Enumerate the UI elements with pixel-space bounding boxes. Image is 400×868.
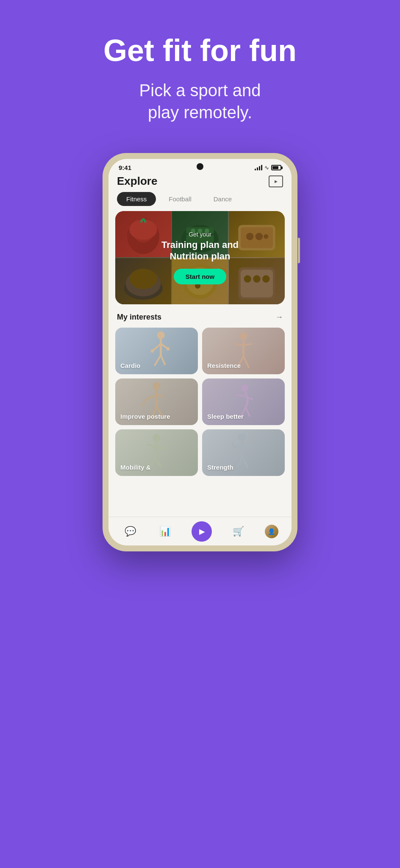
svg-line-38 <box>244 344 252 345</box>
phone-frame: 9:41 ∿ Explore <box>103 153 297 551</box>
svg-point-34 <box>167 347 170 351</box>
hero-banner: Get your Training plan andNutrition plan… <box>115 211 285 304</box>
svg-line-43 <box>146 395 157 400</box>
tv-icon[interactable] <box>269 175 283 187</box>
hero-title: Get fit for fun <box>103 34 297 67</box>
camera-notch <box>197 163 203 170</box>
svg-line-31 <box>155 355 161 366</box>
phone-screen: 9:41 ∿ Explore <box>108 159 292 545</box>
svg-line-55 <box>147 444 156 447</box>
svg-line-56 <box>156 447 165 448</box>
card-label-resistence: Resistence <box>207 362 241 369</box>
card-label-mobility: Mobility & <box>120 464 151 471</box>
banner-subtitle: Get your <box>189 231 211 238</box>
svg-point-35 <box>240 332 247 340</box>
banner-content: Get your Training plan andNutrition plan… <box>115 211 285 304</box>
svg-point-59 <box>239 433 246 441</box>
svg-line-66 <box>251 442 253 447</box>
nav-play[interactable]: ▶ <box>192 521 212 542</box>
hero-subtitle: Pick a sport andplay remotely. <box>103 79 297 123</box>
status-time: 9:41 <box>119 164 131 171</box>
stats-icon: 📊 <box>159 526 171 537</box>
tab-dance[interactable]: Dance <box>204 192 241 206</box>
svg-point-53 <box>153 434 161 442</box>
play-icon: ▶ <box>199 527 205 536</box>
nav-profile[interactable]: 👤 <box>265 525 278 538</box>
signal-icon <box>255 165 262 170</box>
interest-card-strength[interactable]: Strength <box>202 429 285 476</box>
chat-icon: 💬 <box>125 526 136 537</box>
svg-point-27 <box>157 331 165 339</box>
svg-line-52 <box>246 407 250 417</box>
bottom-nav: 💬 📊 ▶ 🛒 👤 <box>108 517 292 545</box>
interest-card-sleep[interactable]: Sleep better <box>202 378 285 425</box>
shop-icon: 🛒 <box>233 526 244 537</box>
interest-card-mobility[interactable]: Mobility & <box>115 429 198 476</box>
hero-section: Get fit for fun Pick a sport andplay rem… <box>78 0 322 140</box>
start-now-button[interactable]: Start now <box>174 269 226 284</box>
card-label-posture: Improve posture <box>120 413 170 420</box>
svg-point-41 <box>153 382 161 390</box>
svg-line-65 <box>232 442 234 447</box>
card-label-cardio: Cardio <box>120 362 141 369</box>
svg-line-63 <box>237 457 242 468</box>
category-tabs: Fitness Football Dance <box>108 192 292 211</box>
interest-card-resistence[interactable]: Resistence <box>202 328 285 374</box>
interests-grid: Cardio <box>108 328 292 476</box>
interest-card-cardio[interactable]: Cardio <box>115 328 198 374</box>
nav-shop[interactable]: 🛒 <box>230 523 247 540</box>
app-title: Explore <box>117 175 157 188</box>
svg-line-50 <box>245 396 253 400</box>
svg-line-49 <box>236 395 245 396</box>
nav-chat[interactable]: 💬 <box>122 523 139 540</box>
app-header: Explore <box>108 171 292 192</box>
profile-avatar: 👤 <box>268 528 275 535</box>
phone-wrapper: 9:41 ∿ Explore <box>103 153 297 551</box>
interests-arrow-icon[interactable]: → <box>275 313 283 322</box>
interests-title: My interests <box>117 313 161 322</box>
tab-football[interactable]: Football <box>159 192 200 206</box>
card-label-sleep: Sleep better <box>207 413 244 420</box>
svg-line-61 <box>234 445 242 447</box>
banner-title: Training plan andNutrition plan <box>161 239 239 262</box>
wifi-icon: ∿ <box>264 164 269 171</box>
scroll-content[interactable]: Get your Training plan andNutrition plan… <box>108 211 292 545</box>
status-icons: ∿ <box>255 164 281 171</box>
phone-side-button <box>298 238 300 263</box>
svg-line-32 <box>161 355 165 365</box>
svg-line-37 <box>235 344 244 345</box>
interests-header: My interests → <box>108 313 292 328</box>
svg-line-64 <box>242 457 248 467</box>
svg-line-54 <box>156 442 157 458</box>
card-label-strength: Strength <box>207 464 233 471</box>
svg-point-48 <box>241 384 249 392</box>
svg-line-40 <box>244 356 249 368</box>
battery-icon <box>271 165 281 170</box>
nav-stats[interactable]: 📊 <box>157 523 174 540</box>
tab-fitness[interactable]: Fitness <box>117 192 156 206</box>
svg-point-33 <box>151 349 154 353</box>
svg-line-47 <box>142 400 146 406</box>
interest-card-posture[interactable]: Improve posture <box>115 378 198 425</box>
svg-line-58 <box>156 458 161 467</box>
svg-line-62 <box>242 445 251 447</box>
